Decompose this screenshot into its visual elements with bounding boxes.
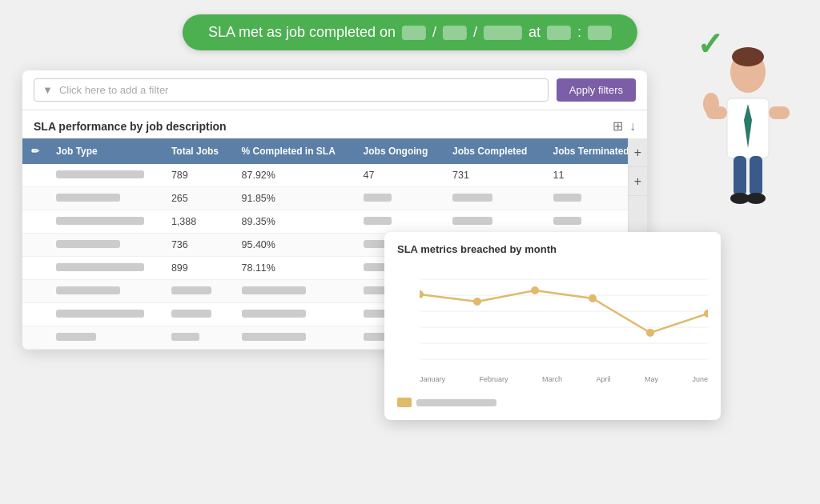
date-yyyy-placeholder bbox=[484, 26, 522, 40]
row-pct bbox=[234, 303, 356, 326]
row-pct: 91.85% bbox=[234, 187, 356, 210]
table-action-icons: ⊞ ↓ bbox=[613, 118, 636, 134]
table-title-row: SLA performance by job description ⊞ ↓ bbox=[22, 110, 647, 138]
x-label-jun: June bbox=[692, 375, 708, 391]
apply-filters-button[interactable]: Apply filters bbox=[557, 78, 636, 102]
row-job-type bbox=[48, 326, 163, 350]
table-print-icon[interactable]: ⊞ bbox=[613, 118, 623, 134]
x-label-may: May bbox=[645, 375, 658, 391]
table-header-row: ✏ Job Type Total Jobs % Completed in SLA… bbox=[22, 138, 647, 164]
row-ongoing: 47 bbox=[356, 164, 444, 187]
row-pct: 89.35% bbox=[234, 210, 356, 234]
x-label-mar: March bbox=[542, 375, 562, 391]
col-edit: ✏ bbox=[22, 138, 48, 164]
row-edit-cell bbox=[22, 257, 48, 280]
x-label-apr: April bbox=[596, 375, 610, 391]
table-row: 1,388 89.35% bbox=[22, 210, 647, 234]
chart-plot bbox=[420, 263, 708, 375]
row-edit-cell bbox=[22, 280, 48, 303]
row-edit-cell bbox=[22, 326, 48, 350]
add-column-button[interactable]: + bbox=[629, 138, 647, 167]
chart-title: SLA metrics breached by month bbox=[397, 243, 708, 255]
row-completed: 731 bbox=[444, 164, 545, 187]
row-pct: 95.40% bbox=[234, 234, 356, 257]
svg-rect-7 bbox=[769, 106, 790, 119]
row-ongoing bbox=[356, 210, 444, 234]
add-row-button[interactable]: + bbox=[629, 167, 647, 196]
row-completed bbox=[444, 210, 545, 234]
row-edit-cell bbox=[22, 164, 48, 187]
row-pct bbox=[234, 280, 356, 303]
sla-banner-text: SLA met as job completed on bbox=[208, 24, 396, 41]
svg-rect-6 bbox=[706, 98, 716, 114]
row-pct: 87.92% bbox=[234, 164, 356, 187]
row-completed bbox=[444, 187, 545, 210]
svg-point-19 bbox=[473, 298, 481, 306]
row-edit-cell bbox=[22, 187, 48, 210]
svg-rect-9 bbox=[750, 156, 762, 196]
row-edit-cell bbox=[22, 303, 48, 326]
row-job-type bbox=[48, 280, 163, 303]
chart-area: January February March April May June bbox=[397, 263, 708, 391]
row-job-type bbox=[48, 257, 163, 280]
x-label-feb: February bbox=[480, 375, 508, 391]
time-hh-placeholder bbox=[547, 26, 571, 40]
row-job-type bbox=[48, 164, 163, 187]
filter-placeholder: Click here to add a filter bbox=[59, 84, 169, 96]
table-download-icon[interactable]: ↓ bbox=[629, 119, 636, 134]
row-total-jobs: 789 bbox=[163, 164, 234, 187]
legend-label-bar bbox=[416, 399, 496, 406]
checkmark-icon: ✓ bbox=[697, 26, 724, 62]
table-row: 265 91.85% bbox=[22, 187, 647, 210]
chart-card: SLA metrics breached by month bbox=[384, 232, 721, 420]
row-pct: 78.11% bbox=[234, 257, 356, 280]
row-edit-cell bbox=[22, 210, 48, 234]
x-label-jan: January bbox=[420, 375, 445, 391]
svg-point-20 bbox=[531, 286, 539, 294]
svg-point-21 bbox=[589, 294, 597, 302]
col-total-jobs: Total Jobs bbox=[163, 138, 234, 164]
date-dd-placeholder bbox=[402, 26, 426, 40]
chart-y-labels bbox=[397, 263, 420, 375]
row-total-jobs: 736 bbox=[163, 234, 234, 257]
col-job-type: Job Type bbox=[48, 138, 163, 164]
col-pct-completed: % Completed in SLA bbox=[234, 138, 356, 164]
row-total-jobs bbox=[163, 280, 234, 303]
row-pct bbox=[234, 326, 356, 350]
row-edit-cell bbox=[22, 234, 48, 257]
svg-rect-8 bbox=[734, 156, 746, 196]
row-job-type bbox=[48, 187, 163, 210]
svg-point-1 bbox=[732, 47, 764, 66]
col-jobs-ongoing: Jobs Ongoing bbox=[356, 138, 444, 164]
row-job-type bbox=[48, 234, 163, 257]
svg-point-18 bbox=[420, 290, 424, 298]
svg-point-11 bbox=[746, 193, 766, 204]
row-ongoing bbox=[356, 187, 444, 210]
chart-legend bbox=[397, 398, 708, 407]
col-jobs-completed: Jobs Completed bbox=[444, 138, 545, 164]
time-mm-placeholder bbox=[588, 26, 612, 40]
sla-banner: SLA met as job completed on / / at : bbox=[183, 14, 637, 50]
row-total-jobs: 1,388 bbox=[163, 210, 234, 234]
chart-x-labels: January February March April May June bbox=[420, 375, 708, 391]
row-total-jobs: 899 bbox=[163, 257, 234, 280]
sla-banner-at: at bbox=[529, 24, 541, 41]
table-title: SLA performance by job description bbox=[34, 120, 227, 133]
person-illustration bbox=[692, 44, 796, 204]
table-row: 789 87.92% 47 731 11 bbox=[22, 164, 647, 187]
filter-bar: ▼ Click here to add a filter Apply filte… bbox=[22, 70, 647, 110]
svg-point-22 bbox=[646, 329, 654, 337]
row-total-jobs bbox=[163, 303, 234, 326]
filter-icon: ▼ bbox=[42, 84, 53, 96]
row-total-jobs bbox=[163, 326, 234, 350]
date-mm-placeholder bbox=[443, 26, 467, 40]
filter-input-wrap[interactable]: ▼ Click here to add a filter bbox=[34, 78, 549, 102]
row-job-type bbox=[48, 210, 163, 234]
legend-swatch bbox=[397, 398, 412, 407]
row-job-type bbox=[48, 303, 163, 326]
row-total-jobs: 265 bbox=[163, 187, 234, 210]
